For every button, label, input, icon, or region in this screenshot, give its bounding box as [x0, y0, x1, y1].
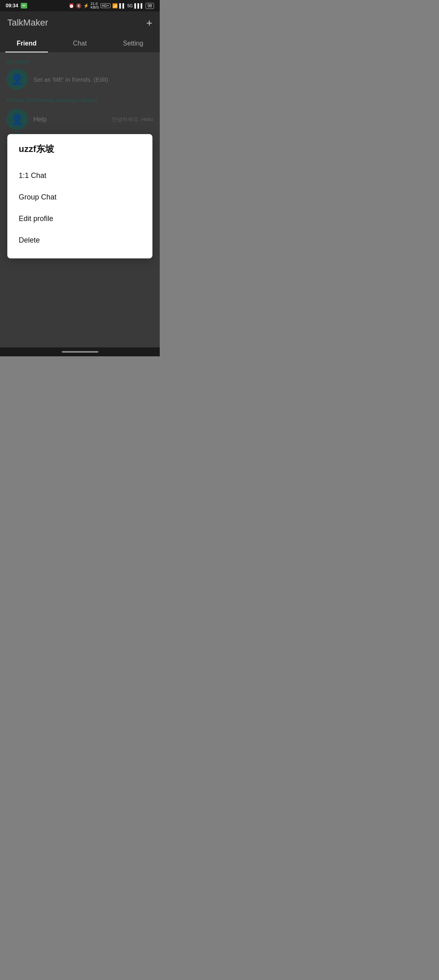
status-time: 09:34: [6, 3, 18, 9]
tab-setting[interactable]: Setting: [106, 34, 160, 52]
status-bar: 09:34 ⏰ 🔇 ⚡ 21.0KB/S HD+ 📶 ▌▌ 5G ▌▌▌ 98: [0, 0, 160, 11]
context-menu: uzzf东坡 1:1 Chat Group Chat Edit profile …: [7, 134, 152, 258]
5g-icon: 5G: [127, 4, 133, 8]
menu-item-1on1-chat[interactable]: 1:1 Chat: [19, 165, 141, 186]
context-menu-title: uzzf东坡: [19, 143, 141, 155]
data-speed: 21.0KB/S: [91, 2, 99, 9]
menu-item-delete[interactable]: Delete: [19, 230, 141, 251]
menu-item-group-chat[interactable]: Group Chat: [19, 186, 141, 208]
bottom-bar: [0, 347, 160, 356]
mute-icon: 🔇: [76, 3, 82, 9]
signal-bars: ▌▌: [120, 3, 126, 8]
tab-chat[interactable]: Chat: [53, 34, 106, 52]
battery-icon: 98: [146, 3, 154, 9]
wifi-icon: 📶: [112, 3, 118, 9]
signal-bars-2: ▌▌▌: [134, 3, 143, 8]
main-content: My profile 👤 Set as 'ME' in friends. (Ed…: [0, 53, 160, 347]
alarm-icon: ⏰: [69, 3, 74, 9]
status-icons: ⏰ 🔇 ⚡ 21.0KB/S HD+ 📶 ▌▌ 5G ▌▌▌ 98: [69, 2, 154, 9]
app-header: TalkMaker +: [0, 11, 160, 34]
tab-friend[interactable]: Friend: [0, 34, 53, 52]
bluetooth-icon: ⚡: [83, 3, 89, 9]
tab-bar: Friend Chat Setting: [0, 34, 160, 53]
bottom-home-indicator: [62, 351, 98, 353]
menu-item-edit-profile[interactable]: Edit profile: [19, 208, 141, 230]
hd-badge: HD+: [100, 3, 110, 8]
add-button[interactable]: +: [146, 17, 152, 29]
app-title: TalkMaker: [7, 17, 48, 28]
message-status-icon: [21, 3, 27, 9]
